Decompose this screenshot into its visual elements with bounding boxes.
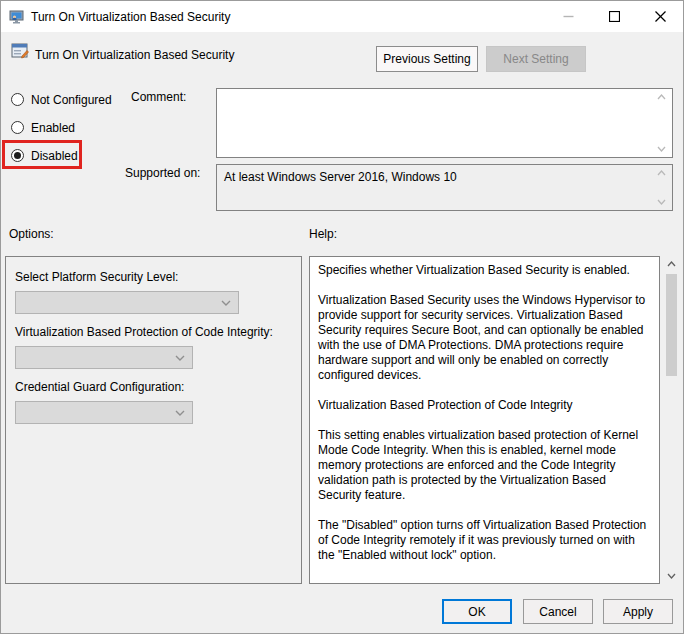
minimize-icon: [563, 11, 574, 22]
options-panel: Select Platform Security Level: Virtuali…: [5, 256, 302, 584]
radio-disabled[interactable]: Disabled: [11, 147, 78, 164]
policy-setting-title: Turn On Virtualization Based Security: [35, 48, 234, 62]
radio-not-configured[interactable]: Not Configured: [11, 91, 112, 108]
help-paragraph: Virtualization Based Protection of Code …: [318, 398, 651, 413]
scrollbar-thumb[interactable]: [666, 274, 677, 376]
help-paragraph: The "Disabled" option turns off Virtuali…: [318, 518, 651, 563]
code-integrity-protection-label: Virtualization Based Protection of Code …: [15, 325, 273, 339]
help-scrollbar[interactable]: [664, 256, 679, 584]
minimize-button[interactable]: [545, 1, 591, 32]
apply-button[interactable]: Apply: [603, 599, 673, 624]
supported-on-label: Supported on:: [125, 166, 200, 180]
credential-guard-configuration-label: Credential Guard Configuration:: [15, 380, 184, 394]
ok-button[interactable]: OK: [442, 599, 512, 624]
scroll-up-icon: [667, 261, 676, 267]
radio-label: Not Configured: [31, 93, 112, 107]
radio-label: Disabled: [31, 149, 78, 163]
scrollbar-up-button[interactable]: [664, 256, 679, 272]
policy-setting-icon: [11, 42, 29, 60]
platform-security-level-dropdown[interactable]: [15, 291, 239, 314]
chevron-down-icon: [221, 300, 231, 306]
caption-buttons: [545, 1, 683, 32]
help-paragraph: This setting enables virtualization base…: [318, 428, 651, 503]
comment-label: Comment:: [131, 90, 186, 104]
policy-setting-window: Turn On Virtualization Based Security: [0, 0, 684, 634]
radio-circle: [11, 121, 24, 134]
scrollbar-down-button[interactable]: [664, 568, 679, 584]
maximize-button[interactable]: [591, 1, 637, 32]
options-label: Options:: [9, 227, 54, 241]
chevron-down-icon: [175, 410, 185, 416]
close-button[interactable]: [637, 1, 683, 32]
help-text-box: Specifies whether Virtualization Based S…: [309, 256, 660, 584]
supported-scroll-up-icon: [657, 170, 666, 176]
group-policy-app-icon: [9, 9, 25, 25]
credential-guard-configuration-dropdown[interactable]: [15, 401, 193, 424]
help-paragraph: Specifies whether Virtualization Based S…: [318, 263, 651, 278]
chevron-down-icon: [175, 355, 185, 361]
radio-enabled[interactable]: Enabled: [11, 119, 75, 136]
supported-on-box: At least Windows Server 2016, Windows 10: [216, 164, 673, 211]
supported-scroll-down-icon: [657, 199, 666, 205]
code-integrity-protection-dropdown[interactable]: [15, 346, 193, 369]
scroll-down-icon: [667, 573, 676, 579]
titlebar: Turn On Virtualization Based Security: [1, 1, 683, 32]
comment-scroll-down-icon[interactable]: [657, 146, 666, 152]
radio-label: Enabled: [31, 121, 75, 135]
platform-security-level-label: Select Platform Security Level:: [15, 270, 178, 284]
cancel-button[interactable]: Cancel: [523, 599, 593, 624]
previous-setting-button[interactable]: Previous Setting: [376, 46, 478, 72]
comment-scroll-up-icon[interactable]: [657, 94, 666, 100]
help-paragraph: Virtualization Based Security uses the W…: [318, 293, 651, 383]
next-setting-button[interactable]: Next Setting: [486, 46, 586, 72]
comment-textarea[interactable]: [216, 88, 673, 158]
help-label: Help:: [309, 227, 337, 241]
window-title: Turn On Virtualization Based Security: [31, 10, 230, 24]
close-icon: [655, 11, 666, 22]
maximize-icon: [609, 11, 620, 22]
radio-circle: [11, 93, 24, 106]
radio-circle-selected: [11, 149, 24, 162]
